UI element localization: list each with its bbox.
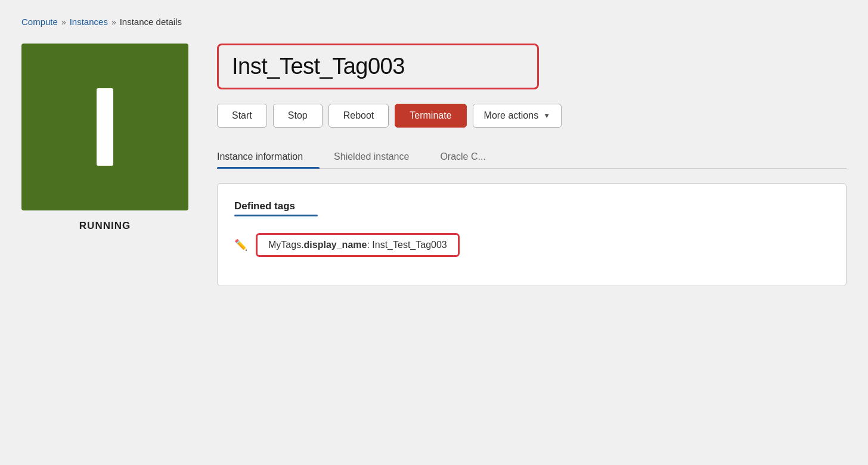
stop-button[interactable]: Stop	[273, 104, 323, 128]
right-panel: Inst_Test_Tag003 Start Stop Reboot Termi…	[217, 44, 847, 286]
tab-oracle-c[interactable]: Oracle C...	[440, 144, 502, 168]
tabs-row: Instance information Shielded instance O…	[217, 144, 847, 169]
tag-separator: :	[367, 240, 372, 250]
breadcrumb-current: Instance details	[120, 17, 182, 27]
tag-row: ✏️ MyTags.display_name: Inst_Test_Tag003	[234, 233, 829, 257]
breadcrumb: Compute » Instances » Instance details	[21, 17, 847, 27]
tag-value-box: MyTags.display_name: Inst_Test_Tag003	[256, 233, 460, 257]
breadcrumb-instances[interactable]: Instances	[70, 17, 108, 27]
tab-content-panel: Defined tags ✏️ MyTags.display_name: Ins…	[217, 183, 847, 286]
start-button[interactable]: Start	[217, 104, 267, 128]
tag-value: Inst_Test_Tag003	[372, 240, 447, 250]
action-buttons: Start Stop Reboot Terminate More actions…	[217, 104, 847, 128]
defined-tags-label: Defined tags	[234, 200, 295, 212]
tab-underline	[234, 215, 318, 216]
edit-icon[interactable]: ✏️	[234, 238, 247, 252]
more-actions-label: More actions	[484, 110, 539, 121]
instance-name: Inst_Test_Tag003	[232, 54, 405, 79]
terminate-button[interactable]: Terminate	[395, 104, 466, 128]
instance-icon-bar	[97, 88, 113, 166]
more-actions-button[interactable]: More actions ▼	[473, 104, 562, 128]
instance-panel: RUNNING	[21, 44, 188, 232]
tab-shielded-instance[interactable]: Shielded instance	[334, 144, 426, 168]
tag-key: display_name	[304, 240, 367, 250]
instance-status: RUNNING	[79, 220, 131, 232]
chevron-down-icon: ▼	[543, 111, 550, 120]
breadcrumb-compute[interactable]: Compute	[21, 17, 58, 27]
breadcrumb-sep-2: »	[111, 17, 116, 27]
tag-namespace: MyTags	[268, 240, 301, 250]
instance-name-box: Inst_Test_Tag003	[217, 44, 539, 89]
instance-icon-box	[21, 44, 188, 210]
tab-instance-information[interactable]: Instance information	[217, 144, 320, 168]
reboot-button[interactable]: Reboot	[328, 104, 389, 128]
breadcrumb-sep-1: »	[61, 17, 66, 27]
